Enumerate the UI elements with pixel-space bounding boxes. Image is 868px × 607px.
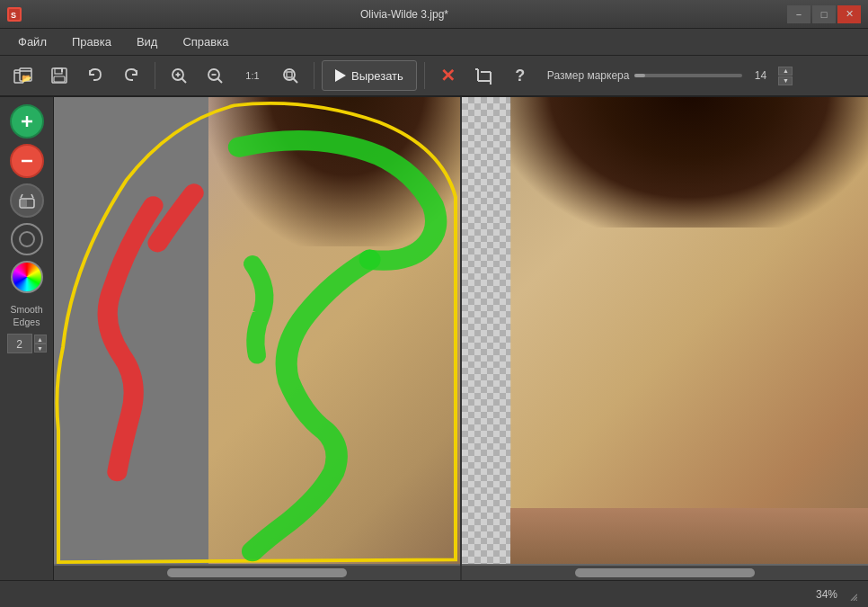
right-canvas-container bbox=[462, 97, 868, 564]
zoom-out-button[interactable] bbox=[199, 60, 231, 91]
left-scrollbar[interactable] bbox=[54, 566, 460, 580]
svg-line-30 bbox=[21, 194, 22, 198]
open-button[interactable]: 📂 bbox=[7, 60, 40, 91]
crop-icon bbox=[475, 67, 493, 85]
zoom-in-button[interactable] bbox=[163, 60, 195, 91]
right-scrollbar[interactable] bbox=[462, 566, 868, 580]
crop-button[interactable] bbox=[468, 60, 500, 91]
svg-rect-29 bbox=[20, 199, 27, 208]
zoom-in-icon bbox=[170, 67, 188, 85]
menu-help[interactable]: Справка bbox=[172, 31, 239, 52]
title-bar: S Olivia-Wilde 3.jpg* − □ ✕ bbox=[0, 0, 868, 29]
svg-rect-8 bbox=[61, 68, 63, 72]
help-icon: ? bbox=[515, 67, 525, 85]
zoom-level: 34% bbox=[816, 588, 837, 601]
menu-bar: Файл Правка Вид Справка bbox=[0, 29, 868, 56]
marker-down-button[interactable]: ▼ bbox=[778, 76, 793, 85]
eraser-tool-button[interactable] bbox=[10, 183, 44, 218]
smooth-edges-arrows: ▲ ▼ bbox=[34, 335, 47, 353]
svg-text:S: S bbox=[11, 11, 16, 20]
svg-text:📂: 📂 bbox=[22, 73, 32, 84]
status-bar: 34% bbox=[0, 580, 868, 607]
smooth-down-button[interactable]: ▼ bbox=[34, 344, 47, 353]
color-tool-button[interactable] bbox=[11, 261, 43, 293]
menu-view[interactable]: Вид bbox=[126, 31, 169, 52]
marker-size-control: Размер маркера 14 ▲ ▼ bbox=[547, 67, 793, 85]
zoom-out-icon bbox=[206, 67, 224, 85]
right-canvas-panel[interactable] bbox=[462, 97, 868, 580]
undo-icon bbox=[86, 67, 104, 85]
undo-button[interactable] bbox=[79, 60, 111, 91]
svg-line-17 bbox=[294, 79, 298, 84]
open-icon: 📂 bbox=[13, 66, 33, 85]
left-canvas-container bbox=[54, 97, 460, 564]
inner-circle bbox=[19, 231, 35, 247]
remove-icon bbox=[19, 153, 35, 169]
smooth-edges-label: SmoothEdges bbox=[6, 304, 46, 328]
separator-2 bbox=[314, 62, 314, 89]
maximize-button[interactable]: □ bbox=[812, 5, 836, 23]
marker-value: 14 bbox=[748, 69, 773, 82]
add-icon bbox=[19, 113, 35, 129]
menu-file[interactable]: Файл bbox=[7, 31, 58, 52]
right-scrollbar-thumb[interactable] bbox=[575, 568, 755, 577]
help-button[interactable]: ? bbox=[504, 60, 536, 91]
portrait-shoulders bbox=[510, 508, 868, 564]
window-title: Olivia-Wilde 3.jpg* bbox=[22, 8, 787, 21]
app-icon: S bbox=[7, 7, 22, 22]
smooth-edges-value: 2 bbox=[7, 334, 32, 353]
cut-button[interactable]: Вырезать bbox=[322, 60, 417, 91]
marker-size-label: Размер маркера bbox=[547, 69, 630, 82]
svg-rect-18 bbox=[287, 72, 292, 77]
left-canvas-panel[interactable] bbox=[54, 97, 462, 580]
resize-handle[interactable] bbox=[845, 588, 857, 601]
separator-1 bbox=[155, 62, 155, 89]
zoom-fit-icon bbox=[281, 67, 299, 85]
smooth-up-button[interactable]: ▲ bbox=[34, 335, 47, 344]
minimize-button[interactable]: − bbox=[787, 5, 810, 23]
eraser-icon bbox=[18, 192, 36, 210]
add-tool-button[interactable] bbox=[10, 104, 44, 138]
svg-point-16 bbox=[284, 69, 295, 80]
save-button[interactable] bbox=[43, 60, 75, 91]
close-button[interactable]: ✕ bbox=[837, 5, 861, 23]
cut-label: Вырезать bbox=[351, 69, 403, 83]
marker-up-button[interactable]: ▲ bbox=[778, 67, 793, 76]
save-icon bbox=[50, 67, 68, 85]
menu-edit[interactable]: Правка bbox=[61, 31, 122, 52]
main-area: SmoothEdges 2 ▲ ▼ bbox=[0, 97, 868, 580]
zoom-100-label: 1:1 bbox=[245, 70, 259, 81]
left-scrollbar-thumb[interactable] bbox=[167, 568, 347, 577]
marker-arrows: ▲ ▼ bbox=[778, 67, 793, 85]
resize-icon bbox=[845, 588, 857, 601]
svg-rect-6 bbox=[55, 68, 62, 74]
smooth-edges-control: 2 ▲ ▼ bbox=[7, 334, 47, 353]
marker-slider-fill bbox=[634, 74, 645, 77]
svg-line-34 bbox=[856, 600, 857, 601]
circle-tool-button[interactable] bbox=[11, 223, 43, 255]
zoom-fit-button[interactable] bbox=[274, 60, 306, 91]
cancel-button[interactable]: ✕ bbox=[432, 60, 465, 91]
play-icon bbox=[335, 69, 346, 82]
svg-line-31 bbox=[31, 194, 33, 198]
redo-button[interactable] bbox=[115, 60, 147, 91]
toolbar: 📂 bbox=[0, 56, 868, 97]
separator-3 bbox=[424, 62, 425, 89]
marker-slider[interactable] bbox=[634, 74, 742, 77]
svg-line-12 bbox=[182, 79, 187, 84]
svg-line-15 bbox=[218, 79, 223, 84]
left-tool-panel: SmoothEdges 2 ▲ ▼ bbox=[0, 97, 54, 580]
svg-rect-7 bbox=[54, 76, 65, 82]
window-controls: − □ ✕ bbox=[787, 5, 861, 23]
portrait-hair bbox=[510, 97, 868, 228]
redo-icon bbox=[122, 67, 140, 85]
zoom-100-button[interactable]: 1:1 bbox=[235, 60, 270, 91]
remove-tool-button[interactable] bbox=[10, 144, 44, 178]
hair-area bbox=[208, 97, 460, 246]
canvas-area bbox=[54, 97, 868, 580]
cancel-icon: ✕ bbox=[440, 65, 456, 86]
